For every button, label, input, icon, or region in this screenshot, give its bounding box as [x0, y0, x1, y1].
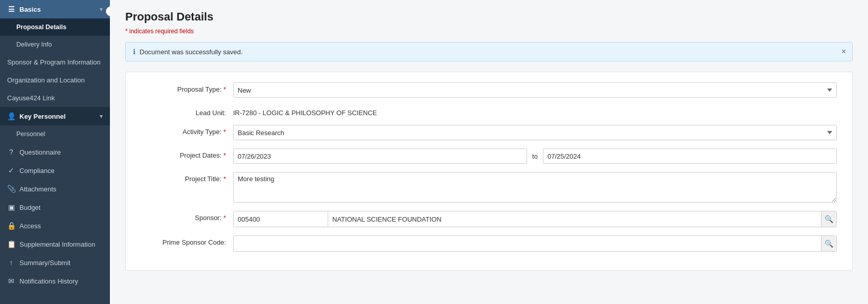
project-dates-label: Project Dates: *: [141, 148, 233, 159]
sidebar-item-org-location-label: Organization and Location: [7, 76, 85, 84]
attachments-icon: 📎: [7, 185, 15, 193]
sponsor-group: NATIONAL SCIENCE FOUNDATION 🔍: [233, 211, 837, 227]
sponsor-search-button[interactable]: 🔍: [821, 211, 836, 227]
form-area: Proposal Type: * New Lead Unit: IR-7280 …: [125, 72, 853, 271]
project-title-label: Project Title: *: [141, 172, 233, 183]
prime-sponsor-search-button[interactable]: 🔍: [821, 236, 836, 251]
activity-type-select[interactable]: Basic Research: [233, 125, 837, 140]
proposal-type-row: Proposal Type: * New: [141, 82, 837, 98]
prime-sponsor-row: Prime Sponsor Code: 🔍: [141, 235, 837, 252]
sponsor-code-input[interactable]: [234, 211, 328, 227]
sidebar-item-attachments[interactable]: 📎 Attachments: [0, 180, 110, 198]
sidebar-item-budget-label: Budget: [19, 204, 40, 211]
sidebar-item-sponsor-program-label: Sponsor & Program Information: [7, 58, 101, 66]
access-icon: 🔒: [7, 222, 15, 230]
sidebar-item-basics-label: Basics: [19, 6, 41, 13]
notifications-icon: ✉: [7, 277, 15, 285]
sidebar-item-budget[interactable]: ▣ Budget: [0, 198, 110, 216]
compliance-icon: ✓: [7, 166, 15, 175]
success-message: Document was successfully saved.: [140, 48, 243, 56]
sidebar-item-basics[interactable]: ☰ Basics ▾: [0, 0, 110, 18]
sidebar-item-questionnaire-label: Questionnaire: [19, 148, 61, 156]
sponsor-label: Sponsor: *: [141, 211, 233, 222]
sidebar-item-summary-submit-label: Summary/Submit: [19, 259, 71, 267]
sidebar-item-notifications-label: Notifications History: [19, 277, 78, 285]
chevron-down-icon-2: ▾: [100, 113, 103, 120]
sidebar-item-attachments-label: Attachments: [19, 185, 56, 193]
page-title: Proposal Details: [125, 10, 853, 24]
sidebar-item-key-personnel-label: Key Personnel: [19, 113, 65, 120]
sponsor-row: Sponsor: * NATIONAL SCIENCE FOUNDATION 🔍: [141, 211, 837, 227]
main-content: Proposal Details * indicates required fi…: [110, 0, 868, 304]
success-banner: ℹ Document was successfully saved. ×: [125, 42, 853, 61]
supplemental-icon: 📋: [7, 240, 15, 248]
sidebar-item-org-location[interactable]: Organization and Location: [0, 71, 110, 89]
sidebar-item-proposal-details[interactable]: Proposal Details: [0, 18, 110, 36]
info-icon: ℹ: [133, 48, 135, 56]
asterisk: *: [125, 28, 128, 35]
prime-sponsor-input[interactable]: [234, 236, 821, 251]
sidebar-item-notifications[interactable]: ✉ Notifications History: [0, 272, 110, 290]
sidebar-item-sponsor-program[interactable]: Sponsor & Program Information: [0, 53, 110, 71]
budget-icon: ▣: [7, 203, 15, 211]
activity-type-row: Activity Type: * Basic Research: [141, 125, 837, 140]
sponsor-name: NATIONAL SCIENCE FOUNDATION: [328, 211, 821, 227]
project-title-row: Project Title: *: [141, 172, 837, 203]
sidebar: ‹ ☰ Basics ▾ Proposal Details Delivery I…: [0, 0, 110, 304]
project-start-date-input[interactable]: [233, 148, 527, 164]
sidebar-item-personnel-label: Personnel: [16, 131, 45, 138]
sidebar-item-access-label: Access: [19, 222, 41, 230]
project-title-input[interactable]: [233, 172, 837, 203]
lead-unit-label: Lead Unit:: [141, 106, 233, 117]
questionnaire-icon: ?: [7, 148, 15, 156]
sidebar-item-proposal-details-label: Proposal Details: [16, 24, 66, 31]
activity-type-label: Activity Type: *: [141, 125, 233, 136]
lead-unit-value: IR-7280 - LOGIC & PHILOSOPHY OF SCIENCE: [233, 106, 377, 117]
prime-sponsor-group: 🔍: [233, 235, 837, 252]
lead-unit-row: Lead Unit: IR-7280 - LOGIC & PHILOSOPHY …: [141, 106, 837, 117]
required-hint: * indicates required fields: [125, 28, 853, 35]
proposal-type-label: Proposal Type: *: [141, 82, 233, 93]
key-personnel-icon: 👤: [7, 112, 15, 120]
sidebar-item-cayuse-link-label: Cayuse424 Link: [7, 94, 55, 102]
project-dates-row: Project Dates: * to: [141, 148, 837, 164]
sidebar-item-access[interactable]: 🔒 Access: [0, 216, 110, 235]
basics-icon: ☰: [7, 5, 15, 13]
sidebar-item-summary-submit[interactable]: ↑ Summary/Submit: [0, 253, 110, 272]
date-group: to: [233, 148, 837, 164]
sidebar-item-personnel[interactable]: Personnel: [0, 125, 110, 143]
sidebar-item-compliance[interactable]: ✓ Compliance: [0, 161, 110, 180]
sidebar-item-questionnaire[interactable]: ? Questionnaire: [0, 143, 110, 161]
prime-sponsor-label: Prime Sponsor Code:: [141, 235, 233, 246]
date-to-label: to: [532, 153, 538, 160]
summary-submit-icon: ↑: [7, 258, 15, 267]
sidebar-item-key-personnel[interactable]: 👤 Key Personnel ▾: [0, 107, 110, 125]
chevron-down-icon: ▾: [100, 6, 103, 13]
sidebar-item-supplemental-label: Supplemental Information: [19, 241, 95, 248]
sidebar-item-cayuse-link[interactable]: Cayuse424 Link: [0, 89, 110, 107]
required-hint-text: indicates required fields: [129, 28, 194, 35]
sidebar-item-delivery-info-label: Delivery Info: [16, 41, 52, 48]
sidebar-item-compliance-label: Compliance: [19, 167, 55, 175]
sidebar-item-supplemental[interactable]: 📋 Supplemental Information: [0, 235, 110, 253]
sidebar-item-delivery-info[interactable]: Delivery Info: [0, 36, 110, 53]
banner-close-button[interactable]: ×: [841, 48, 846, 56]
project-end-date-input[interactable]: [543, 148, 837, 164]
proposal-type-select[interactable]: New: [233, 82, 837, 98]
